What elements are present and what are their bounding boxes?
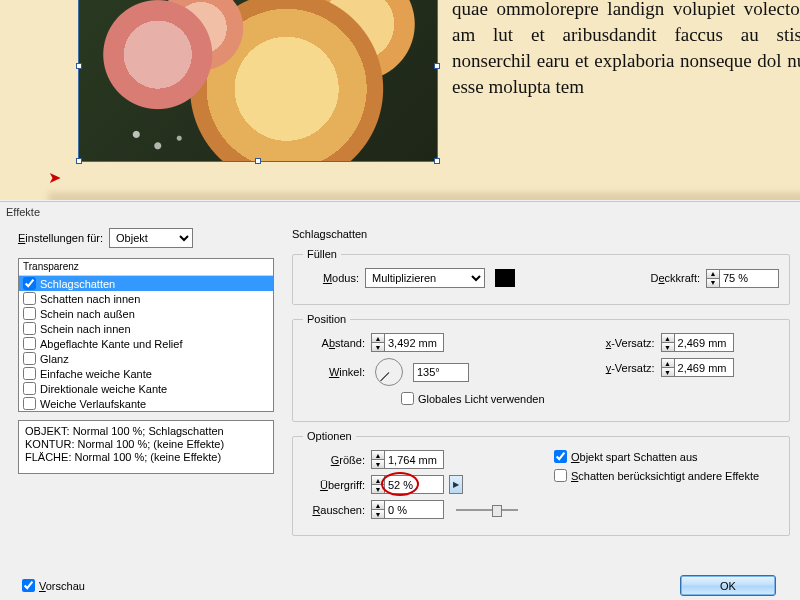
effect-label: Schatten nach innen (40, 293, 140, 305)
honors-effects-checkbox[interactable]: Schatten berücksichtigt andere Effekte (554, 469, 759, 482)
options-legend: Optionen (303, 430, 356, 442)
effect-checkbox[interactable] (23, 397, 36, 410)
effect-item[interactable]: Schein nach innen (19, 321, 273, 336)
effect-checkbox[interactable] (23, 322, 36, 335)
noise-spinner[interactable]: ▲▼ (371, 500, 444, 519)
spin-up-icon[interactable]: ▲ (662, 334, 674, 343)
effects-summary: OBJEKT: Normal 100 %; Schlagschatten KON… (18, 420, 274, 474)
effect-label: Schlagschatten (40, 278, 115, 290)
angle-label: Winkel: (303, 366, 365, 378)
effect-checkbox[interactable] (23, 367, 36, 380)
placed-image (79, 0, 437, 161)
effect-label: Direktionale weiche Kante (40, 383, 167, 395)
size-input[interactable] (385, 451, 443, 468)
size-label: Größe: (303, 454, 365, 466)
opacity-input[interactable] (720, 270, 778, 287)
blend-mode-select[interactable]: Multiplizieren (365, 268, 485, 288)
effect-label: Schein nach außen (40, 308, 135, 320)
resize-handle[interactable] (255, 158, 261, 164)
xoffset-label: x-Versatz: (581, 337, 655, 349)
effect-label: Abgeflachte Kante und Relief (40, 338, 183, 350)
spin-up-icon[interactable]: ▲ (662, 359, 674, 368)
spin-down-icon[interactable]: ▼ (707, 279, 719, 287)
effects-listbox[interactable]: Transparenz Schlagschatten Schatten nach… (18, 258, 274, 412)
settings-for-label: Einstellungen für: (18, 232, 103, 244)
spin-down-icon[interactable]: ▼ (372, 510, 384, 518)
spin-down-icon[interactable]: ▼ (372, 485, 384, 493)
spread-input[interactable] (385, 476, 443, 493)
spin-down-icon[interactable]: ▼ (662, 368, 674, 376)
effect-item[interactable]: Einfache weiche Kante (19, 366, 273, 381)
spin-down-icon[interactable]: ▼ (662, 343, 674, 351)
spin-up-icon[interactable]: ▲ (707, 270, 719, 279)
opacity-spinner[interactable]: ▲▼ (706, 269, 779, 288)
position-legend: Position (303, 313, 350, 325)
spin-up-icon[interactable]: ▲ (372, 476, 384, 485)
panel-title: Schlagschatten (292, 228, 790, 240)
position-group: Position Abstand: ▲▼ Winkel: (292, 313, 790, 422)
body-text: quae ommolorepre landign volupiet volect… (452, 0, 800, 100)
effect-checkbox[interactable] (23, 337, 36, 350)
spin-up-icon[interactable]: ▲ (372, 451, 384, 460)
spin-up-icon[interactable]: ▲ (372, 501, 384, 510)
effect-item[interactable]: Weiche Verlaufskante (19, 396, 273, 411)
preview-checkbox[interactable]: Vorschau (22, 579, 85, 592)
yoffset-input[interactable] (675, 359, 733, 376)
distance-input[interactable] (385, 334, 443, 351)
dialog-title: Effekte (0, 202, 800, 226)
effect-checkbox[interactable] (23, 382, 36, 395)
global-light-checkbox[interactable]: Globales Licht verwenden (401, 392, 545, 405)
shadow-color-swatch[interactable] (495, 269, 515, 287)
effect-item[interactable]: Glanz (19, 351, 273, 366)
distance-label: Abstand: (303, 337, 365, 349)
effect-item[interactable]: Schatten nach innen (19, 291, 273, 306)
xoffset-input[interactable] (675, 334, 733, 351)
list-header: Transparenz (19, 259, 273, 276)
spread-flyout-button[interactable]: ▶ (449, 475, 463, 494)
size-spinner[interactable]: ▲▼ (371, 450, 444, 469)
effect-item[interactable]: Abgeflachte Kante und Relief (19, 336, 273, 351)
spin-down-icon[interactable]: ▼ (372, 460, 384, 468)
effect-label: Weiche Verlaufskante (40, 398, 146, 410)
resize-handle[interactable] (434, 158, 440, 164)
settings-for-select[interactable]: Objekt (109, 228, 193, 248)
options-group: Optionen Größe: ▲▼ Übergriff: ▲▼ ▶ (292, 430, 790, 536)
ok-button[interactable]: OK (680, 575, 776, 596)
effect-item-schlagschatten[interactable]: Schlagschatten (19, 276, 273, 291)
effect-checkbox[interactable] (23, 352, 36, 365)
spin-up-icon[interactable]: ▲ (372, 334, 384, 343)
yoffset-label: y-Versatz: (581, 362, 655, 374)
opacity-label: Deckkraft: (650, 272, 700, 284)
spin-down-icon[interactable]: ▼ (372, 343, 384, 351)
spread-spinner[interactable]: ▲▼ (371, 475, 444, 494)
resize-handle[interactable] (76, 63, 82, 69)
noise-slider[interactable] (456, 503, 518, 517)
knockout-checkbox[interactable]: Objekt spart Schatten aus (554, 450, 698, 463)
effect-checkbox[interactable] (23, 292, 36, 305)
fill-legend: Füllen (303, 248, 341, 260)
effect-label: Einfache weiche Kante (40, 368, 152, 380)
noise-label: Rauschen: (303, 504, 365, 516)
fill-group: Füllen Modus: Multiplizieren Deckkraft: … (292, 248, 790, 305)
effect-checkbox[interactable] (23, 277, 36, 290)
effect-checkbox[interactable] (23, 307, 36, 320)
effect-item[interactable]: Schein nach außen (19, 306, 273, 321)
yoffset-spinner[interactable]: ▲▼ (661, 358, 734, 377)
distance-spinner[interactable]: ▲▼ (371, 333, 444, 352)
document-canvas: ➤ quae ommolorepre landign volupiet vole… (0, 0, 800, 200)
effect-label: Glanz (40, 353, 69, 365)
annotation-arrow: ➤ (48, 168, 61, 187)
spread-label: Übergriff: (303, 479, 365, 491)
effect-label: Schein nach innen (40, 323, 131, 335)
cropped-text-line (48, 192, 800, 200)
mode-label: Modus: (303, 272, 359, 284)
angle-dial[interactable] (375, 358, 403, 386)
resize-handle[interactable] (76, 158, 82, 164)
effect-item[interactable]: Direktionale weiche Kante (19, 381, 273, 396)
noise-input[interactable] (385, 501, 443, 518)
effects-dialog: Effekte Einstellungen für: Objekt Transp… (0, 201, 800, 600)
angle-input[interactable] (413, 363, 469, 382)
selected-image-frame[interactable] (78, 0, 438, 162)
resize-handle[interactable] (434, 63, 440, 69)
xoffset-spinner[interactable]: ▲▼ (661, 333, 734, 352)
